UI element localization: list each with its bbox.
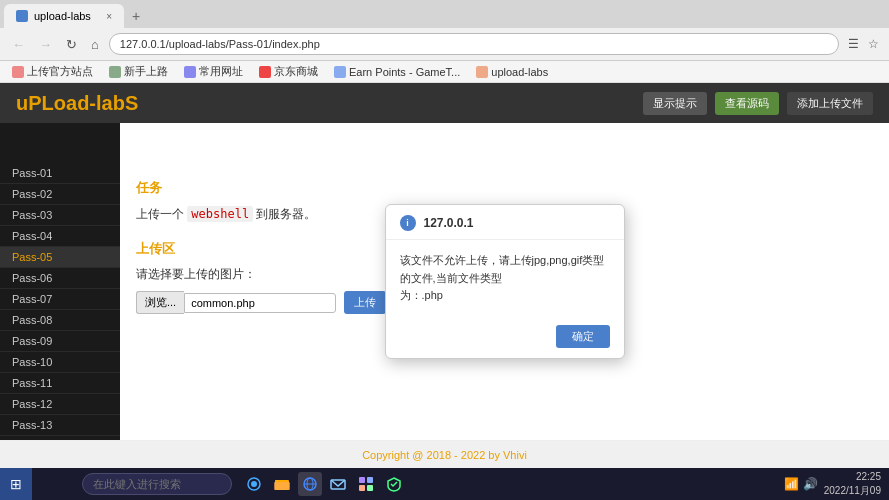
tab-bar: upload-labs × +	[0, 0, 889, 28]
bookmark-earn[interactable]: Earn Points - GameT...	[330, 65, 464, 79]
browser-chrome: upload-labs × + ← → ↻ ⌂ ☰ ☆	[0, 0, 889, 61]
svg-rect-9	[359, 477, 365, 483]
bookmark-label: Earn Points - GameT...	[349, 66, 460, 78]
dialog-icon: i	[400, 215, 416, 231]
footer-text: Copyright @ 2018 - 2022 by	[362, 449, 503, 461]
svg-rect-4	[274, 482, 290, 490]
bookmark-icon	[259, 66, 271, 78]
nav-icons: ☰ ☆	[845, 36, 881, 52]
svg-rect-12	[367, 485, 373, 491]
sidebar-item-pass10[interactable]: Pass-10	[0, 352, 120, 373]
taskbar-icon-explorer[interactable]	[270, 472, 294, 496]
windows-taskbar: ⊞ 📶 🔊 22:25 2022/11月09	[0, 468, 889, 500]
bookmark-uploadlabs[interactable]: upload-labs	[472, 65, 552, 79]
bookmark-beginner[interactable]: 新手上路	[105, 63, 172, 80]
taskbar-date-display: 2022/11月09	[824, 484, 881, 498]
bookmark-icon	[12, 66, 24, 78]
dialog-icon-label: i	[406, 218, 409, 228]
bookmark-jd[interactable]: 京东商城	[255, 63, 322, 80]
bookmark-label: 新手上路	[124, 64, 168, 79]
svg-rect-11	[359, 485, 365, 491]
dialog-footer: 确定	[386, 317, 624, 358]
taskbar-icon-browser[interactable]	[298, 472, 322, 496]
sidebar-item-pass08[interactable]: Pass-08	[0, 310, 120, 331]
refresh-btn[interactable]: ↻	[62, 35, 81, 54]
extension-icon[interactable]: ☰	[845, 36, 861, 52]
bookmark-official[interactable]: 上传官方站点	[8, 63, 97, 80]
sidebar-item-pass03[interactable]: Pass-03	[0, 205, 120, 226]
bookmarks-bar: 上传官方站点 新手上路 常用网址 京东商城 Earn Points - Game…	[0, 61, 889, 83]
sidebar-item-pass06[interactable]: Pass-06	[0, 268, 120, 289]
bookmark-label: upload-labs	[491, 66, 548, 78]
sidebar: Pass-01 Pass-02 Pass-03 Pass-04 Pass-05 …	[0, 123, 120, 440]
header-buttons: 显示提示 查看源码 添加上传文件	[643, 92, 873, 115]
dialog-title: 127.0.0.1	[424, 216, 474, 230]
address-bar[interactable]	[109, 33, 839, 55]
taskbar-app-icons	[242, 472, 406, 496]
svg-point-1	[251, 481, 257, 487]
bookmark-icon	[476, 66, 488, 78]
sidebar-item-pass12[interactable]: Pass-12	[0, 394, 120, 415]
site-logo: uPLoad-labS	[16, 92, 138, 115]
bookmark-label: 京东商城	[274, 64, 318, 79]
sidebar-item-pass01[interactable]: Pass-01	[0, 163, 120, 184]
sidebar-item-pass05[interactable]: Pass-05	[0, 247, 120, 268]
bookmark-label: 常用网址	[199, 64, 243, 79]
sidebar-item-pass13[interactable]: Pass-13	[0, 415, 120, 436]
dialog-box: i 127.0.0.1 该文件不允许上传，请上传jpg,png,gif类型的文件…	[385, 204, 625, 359]
tab-close-btn[interactable]: ×	[106, 11, 112, 22]
taskbar-time-display: 22:25	[824, 470, 881, 484]
sidebar-item-pass07[interactable]: Pass-07	[0, 289, 120, 310]
site-footer: Copyright @ 2018 - 2022 by Vhivi	[0, 440, 889, 469]
taskbar-sys-icons: 📶 🔊	[784, 477, 818, 491]
taskbar-icon-cortana[interactable]	[242, 472, 266, 496]
footer-author: Vhivi	[503, 449, 527, 461]
dialog-overlay: i 127.0.0.1 该文件不允许上传，请上传jpg,png,gif类型的文件…	[120, 123, 889, 440]
dialog-message-line1: 该文件不允许上传，请上传jpg,png,gif类型的文件,当前文件类型	[400, 254, 605, 284]
star-icon[interactable]: ☆	[865, 36, 881, 52]
dialog-header: i 127.0.0.1	[386, 205, 624, 240]
bookmark-icon	[109, 66, 121, 78]
start-icon: ⊞	[10, 476, 22, 492]
bookmark-icon	[184, 66, 196, 78]
back-btn[interactable]: ←	[8, 35, 29, 54]
taskbar-right: 📶 🔊 22:25 2022/11月09	[784, 470, 889, 498]
taskbar-icon-mail[interactable]	[326, 472, 350, 496]
bookmark-common[interactable]: 常用网址	[180, 63, 247, 80]
sidebar-item-pass04[interactable]: Pass-04	[0, 226, 120, 247]
sidebar-item-pass02[interactable]: Pass-02	[0, 184, 120, 205]
show-hints-btn[interactable]: 显示提示	[643, 92, 707, 115]
active-tab[interactable]: upload-labs ×	[4, 4, 124, 28]
site-header: uPLoad-labS 显示提示 查看源码 添加上传文件	[0, 83, 889, 123]
dialog-body: 该文件不允许上传，请上传jpg,png,gif类型的文件,当前文件类型 为：.p…	[386, 240, 624, 317]
taskbar-search[interactable]	[82, 473, 232, 495]
upload-local-btn[interactable]: 添加上传文件	[787, 92, 873, 115]
volume-icon: 🔊	[803, 477, 818, 491]
taskbar-icon-store[interactable]	[354, 472, 378, 496]
dialog-ok-btn[interactable]: 确定	[556, 325, 610, 348]
bookmark-icon	[334, 66, 346, 78]
forward-btn[interactable]: →	[35, 35, 56, 54]
sidebar-item-pass09[interactable]: Pass-09	[0, 331, 120, 352]
dialog-message-line2: 为：.php	[400, 289, 443, 301]
taskbar-clock: 22:25 2022/11月09	[824, 470, 881, 498]
main-content: 任务 上传一个 webshell 到服务器。 上传区 请选择要上传的图片： 浏览…	[120, 123, 889, 440]
taskbar-icon-defender[interactable]	[382, 472, 406, 496]
network-icon: 📶	[784, 477, 799, 491]
nav-bar: ← → ↻ ⌂ ☰ ☆	[0, 28, 889, 60]
sidebar-item-pass11[interactable]: Pass-11	[0, 373, 120, 394]
svg-rect-10	[367, 477, 373, 483]
start-button[interactable]: ⊞	[0, 468, 32, 500]
view-source-btn[interactable]: 查看源码	[715, 92, 779, 115]
home-btn[interactable]: ⌂	[87, 35, 103, 54]
bookmark-label: 上传官方站点	[27, 64, 93, 79]
tab-favicon	[16, 10, 28, 22]
tab-label: upload-labs	[34, 10, 91, 22]
new-tab-btn[interactable]: +	[126, 6, 146, 26]
